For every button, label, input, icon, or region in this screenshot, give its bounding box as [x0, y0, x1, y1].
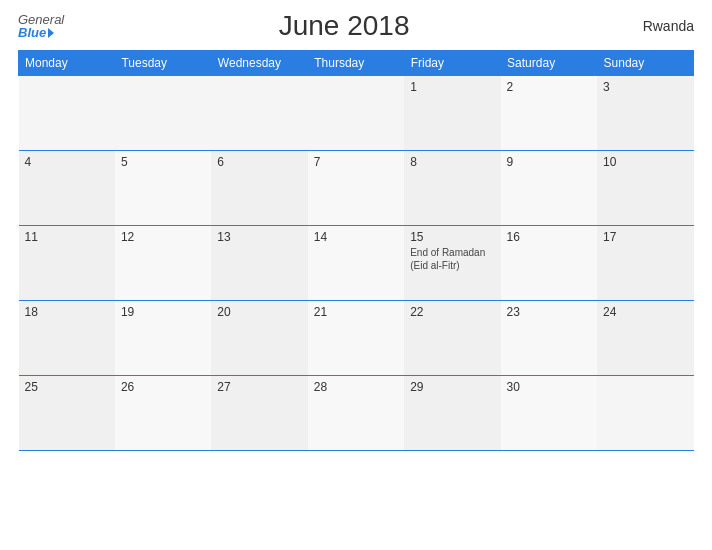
day-number: 11 [25, 230, 109, 244]
calendar-page: General Blue June 2018 Rwanda Monday Tue… [0, 0, 712, 550]
day-number: 20 [217, 305, 301, 319]
day-number: 2 [507, 80, 591, 94]
calendar-week-row: 123 [19, 76, 694, 151]
day-number: 23 [507, 305, 591, 319]
table-row: 27 [211, 376, 307, 451]
header-tuesday: Tuesday [115, 51, 211, 76]
header-sunday: Sunday [597, 51, 693, 76]
day-number: 22 [410, 305, 494, 319]
table-row: 6 [211, 151, 307, 226]
table-row: 10 [597, 151, 693, 226]
day-number: 14 [314, 230, 398, 244]
month-title: June 2018 [64, 10, 624, 42]
table-row: 12 [115, 226, 211, 301]
table-row: 18 [19, 301, 115, 376]
header-wednesday: Wednesday [211, 51, 307, 76]
day-number: 30 [507, 380, 591, 394]
day-number: 1 [410, 80, 494, 94]
calendar-event: End of Ramadan (Eid al-Fitr) [410, 246, 494, 272]
header-thursday: Thursday [308, 51, 404, 76]
table-row: 11 [19, 226, 115, 301]
day-number: 24 [603, 305, 687, 319]
day-number: 16 [507, 230, 591, 244]
header-monday: Monday [19, 51, 115, 76]
logo-triangle-icon [48, 28, 54, 38]
table-row: 21 [308, 301, 404, 376]
calendar-week-row: 1112131415End of Ramadan (Eid al-Fitr)16… [19, 226, 694, 301]
table-row [19, 76, 115, 151]
table-row: 1 [404, 76, 500, 151]
day-number: 3 [603, 80, 687, 94]
table-row: 14 [308, 226, 404, 301]
day-number: 21 [314, 305, 398, 319]
day-number: 29 [410, 380, 494, 394]
day-number: 6 [217, 155, 301, 169]
day-number: 28 [314, 380, 398, 394]
day-number: 7 [314, 155, 398, 169]
table-row: 15End of Ramadan (Eid al-Fitr) [404, 226, 500, 301]
table-row [115, 76, 211, 151]
day-number: 19 [121, 305, 205, 319]
table-row: 28 [308, 376, 404, 451]
header-friday: Friday [404, 51, 500, 76]
day-number: 8 [410, 155, 494, 169]
table-row: 19 [115, 301, 211, 376]
day-number: 17 [603, 230, 687, 244]
table-row: 23 [501, 301, 597, 376]
day-number: 9 [507, 155, 591, 169]
calendar-week-row: 252627282930 [19, 376, 694, 451]
table-row: 30 [501, 376, 597, 451]
day-number: 5 [121, 155, 205, 169]
day-number: 13 [217, 230, 301, 244]
day-number: 15 [410, 230, 494, 244]
calendar-week-row: 18192021222324 [19, 301, 694, 376]
day-number: 4 [25, 155, 109, 169]
table-row: 22 [404, 301, 500, 376]
table-row: 26 [115, 376, 211, 451]
table-row: 9 [501, 151, 597, 226]
table-row: 13 [211, 226, 307, 301]
country-label: Rwanda [624, 18, 694, 34]
logo: General Blue [18, 13, 64, 39]
table-row: 16 [501, 226, 597, 301]
table-row [597, 376, 693, 451]
header: General Blue June 2018 Rwanda [18, 10, 694, 42]
day-number: 10 [603, 155, 687, 169]
table-row: 25 [19, 376, 115, 451]
logo-blue-text: Blue [18, 26, 64, 39]
calendar-week-row: 45678910 [19, 151, 694, 226]
table-row: 5 [115, 151, 211, 226]
table-row [211, 76, 307, 151]
table-row: 17 [597, 226, 693, 301]
day-number: 27 [217, 380, 301, 394]
table-row: 3 [597, 76, 693, 151]
day-number: 26 [121, 380, 205, 394]
table-row: 7 [308, 151, 404, 226]
table-row: 24 [597, 301, 693, 376]
day-number: 18 [25, 305, 109, 319]
day-number: 12 [121, 230, 205, 244]
calendar-table: Monday Tuesday Wednesday Thursday Friday… [18, 50, 694, 451]
header-saturday: Saturday [501, 51, 597, 76]
table-row: 29 [404, 376, 500, 451]
table-row: 2 [501, 76, 597, 151]
day-number: 25 [25, 380, 109, 394]
table-row: 4 [19, 151, 115, 226]
table-row [308, 76, 404, 151]
table-row: 8 [404, 151, 500, 226]
table-row: 20 [211, 301, 307, 376]
weekday-header-row: Monday Tuesday Wednesday Thursday Friday… [19, 51, 694, 76]
